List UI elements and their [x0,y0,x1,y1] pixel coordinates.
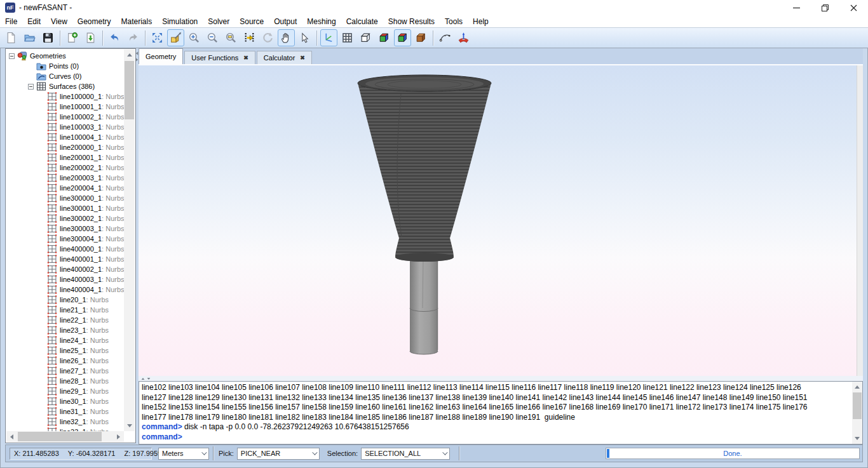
scroll-right-arrow[interactable] [113,431,124,442]
tree-item-line25-1[interactable]: line25_1 : Nurbs [6,345,124,356]
tree-item-line300004-1[interactable]: line300004_1 : Nurbs [6,234,124,244]
tree-item-line21-1[interactable]: line21_1 : Nurbs [6,305,124,315]
selection-mode-select[interactable]: SELECTION_ALL [361,448,450,460]
menu-meshing[interactable]: Meshing [302,15,341,27]
tree-item-line100000-1[interactable]: line100000_1 : Nurbs [6,91,124,102]
scroll-left-arrow[interactable] [6,431,17,442]
menu-help[interactable]: Help [468,15,494,27]
tree-item-line100004-1[interactable]: line100004_1 : Nurbs [6,132,124,142]
menu-view[interactable]: View [46,15,72,27]
scrollbar-thumb[interactable] [853,392,862,419]
import-geometry-button[interactable] [82,29,99,46]
tree-item-line32-1[interactable]: line32_1 : Nurbs [6,417,124,427]
tree-item-line100001-1[interactable]: line100001_1 : Nurbs [6,102,124,112]
tree-item-line100002-1[interactable]: line100002_1 : Nurbs [6,112,124,122]
tree-item-line400002-1[interactable]: line400002_1 : Nurbs [6,264,124,274]
tab-geometry[interactable]: Geometry [139,48,183,64]
menu-geometry[interactable]: Geometry [72,15,116,27]
horn-antenna-model[interactable] [139,65,857,376]
close-icon[interactable]: ✖ [243,55,248,61]
wireframe-view-button[interactable] [357,29,374,46]
tree-horizontal-scrollbar[interactable] [6,431,124,442]
scrollbar-thumb[interactable] [125,61,134,119]
menu-show-results[interactable]: Show Results [383,15,440,27]
close-button[interactable] [839,0,868,15]
restore-button[interactable] [811,0,839,15]
menu-output[interactable]: Output [269,15,302,27]
view-swap-button[interactable] [241,29,258,46]
solid-view-button[interactable] [376,29,393,46]
tree-item-line400004-1[interactable]: line400004_1 : Nurbs [6,284,124,295]
rotate-view-button[interactable] [259,29,276,46]
tree-item-line31-1[interactable]: line31_1 : Nurbs [6,406,124,417]
grid-toggle-button[interactable] [339,29,356,46]
tree-item-line24-1[interactable]: line24_1 : Nurbs [6,335,124,345]
tree-item-line20-1[interactable]: line20_1 : Nurbs [6,295,124,305]
undo-button[interactable] [106,29,123,46]
menu-simulation[interactable]: Simulation [157,15,203,27]
tree-item-line27-1[interactable]: line27_1 : Nurbs [6,366,124,376]
tree-item-line33-1[interactable]: line33_1 : Nurbs [6,427,124,431]
tree-vertical-scrollbar[interactable] [124,50,135,431]
zoom-out-button[interactable] [204,29,221,46]
tree-item-line300001-1[interactable]: line300001_1 : Nurbs [6,203,124,213]
tree-item-line200001-1[interactable]: line200001_1 : Nurbs [6,152,124,163]
add-geometry-button[interactable] [64,29,81,46]
open-file-button[interactable] [21,29,38,46]
perspective-view-button[interactable] [167,29,184,46]
tree-item-line100003-1[interactable]: line100003_1 : Nurbs [6,122,124,132]
pan-view-button[interactable] [278,29,295,46]
menu-edit[interactable]: Edit [22,15,46,27]
scroll-down-arrow[interactable] [124,420,135,431]
tab-user-functions[interactable]: User Functions✖ [184,51,255,64]
tree-item-line200003-1[interactable]: line200003_1 : Nurbs [6,173,124,183]
tree-item-line28-1[interactable]: line28_1 : Nurbs [6,376,124,386]
tree-item-line400001-1[interactable]: line400001_1 : Nurbs [6,254,124,264]
tree-item-line300003-1[interactable]: line300003_1 : Nurbs [6,224,124,234]
tree-item-line22-1[interactable]: line22_1 : Nurbs [6,315,124,325]
menu-calculate[interactable]: Calculate [341,15,383,27]
console-scrollbar[interactable] [852,382,862,444]
curvature-tool-button[interactable] [437,29,454,46]
pick-mode-select[interactable]: PICK_NEAR [237,448,320,460]
tree-item-line29-1[interactable]: line29_1 : Nurbs [6,386,124,396]
tree-item-line200002-1[interactable]: line200002_1 : Nurbs [6,163,124,173]
tree-item-points[interactable]: Points (0) [6,61,124,71]
tree-item-line200000-1[interactable]: line200000_1 : Nurbs [6,142,124,152]
new-file-button[interactable] [3,29,20,46]
tree-item-line200004-1[interactable]: line200004_1 : Nurbs [6,183,124,193]
menu-materials[interactable]: Materials [116,15,158,27]
tree-item-surfaces[interactable]: Surfaces (386) [6,81,124,91]
scrollbar-thumb[interactable] [18,432,102,441]
minimize-button[interactable] [782,0,811,15]
3d-viewport[interactable] [139,65,857,376]
tree-item-line400000-1[interactable]: line400000_1 : Nurbs [6,244,124,254]
tree-item-line23-1[interactable]: line23_1 : Nurbs [6,325,124,335]
zoom-window-button[interactable] [222,29,240,46]
select-cursor-button[interactable] [296,29,313,46]
console-splitter[interactable] [139,376,863,381]
tree-item-geometries[interactable]: Geometries [6,51,124,61]
tree-expander[interactable] [28,84,34,90]
texture-view-button[interactable] [412,29,430,46]
scroll-up-arrow[interactable] [852,382,862,392]
axes-toggle-button[interactable] [320,29,337,46]
tree-expander[interactable] [9,53,15,59]
menu-tools[interactable]: Tools [440,15,468,27]
menu-source[interactable]: Source [234,15,269,27]
scroll-down-arrow[interactable] [852,433,862,444]
command-console[interactable]: line102 line103 line104 line105 line106 … [139,381,863,445]
fit-view-button[interactable] [149,29,166,46]
menu-solver[interactable]: Solver [203,15,234,27]
tree-item-line400003-1[interactable]: line400003_1 : Nurbs [6,274,124,284]
solid-edges-view-button[interactable] [394,29,411,46]
units-select[interactable]: Meters [158,448,209,460]
close-icon[interactable]: ✖ [300,55,305,61]
tree-item-curves[interactable]: Curves (0) [6,71,124,81]
tree-item-line26-1[interactable]: line26_1 : Nurbs [6,356,124,366]
menu-file[interactable]: File [0,15,22,27]
tree-item-line300002-1[interactable]: line300002_1 : Nurbs [6,213,124,224]
redo-button[interactable] [125,29,142,46]
tree-item-line30-1[interactable]: line30_1 : Nurbs [6,396,124,406]
scroll-up-arrow[interactable] [124,50,135,60]
